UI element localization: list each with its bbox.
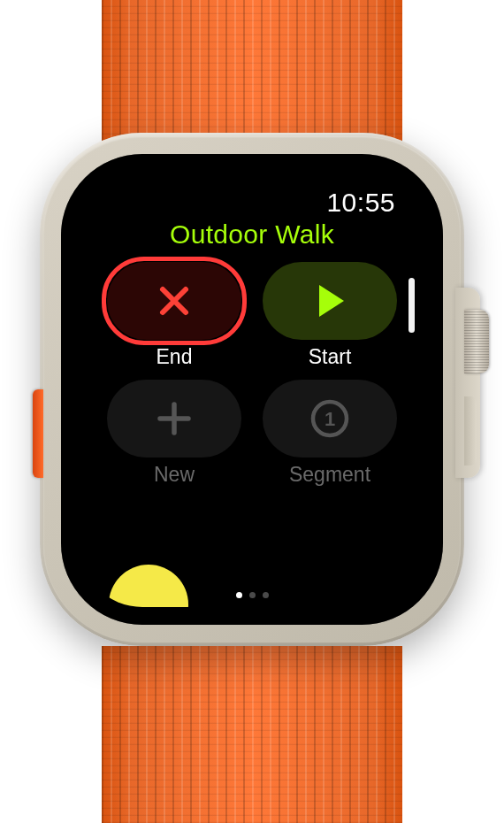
page-dot-1[interactable] xyxy=(236,592,242,598)
plus-icon xyxy=(155,399,194,438)
svg-text:1: 1 xyxy=(325,408,335,430)
status-bar: 10:55 xyxy=(79,172,425,218)
watch-band-bottom xyxy=(102,646,402,823)
new-button[interactable] xyxy=(107,380,241,458)
segment-button[interactable]: 1 xyxy=(263,380,397,458)
segment-icon: 1 xyxy=(309,398,350,439)
start-label: Start xyxy=(309,345,352,369)
side-button[interactable] xyxy=(464,396,477,465)
page-indicator xyxy=(79,592,425,598)
time: 10:55 xyxy=(326,188,395,218)
play-icon xyxy=(312,281,347,320)
new-label: New xyxy=(154,463,195,487)
watch-case: 10:55 Outdoor Walk End xyxy=(40,133,464,646)
end-button[interactable] xyxy=(107,262,241,340)
new-cell: New xyxy=(103,380,245,487)
segment-label: Segment xyxy=(289,463,370,487)
end-label: End xyxy=(157,345,193,369)
digital-crown[interactable] xyxy=(464,310,489,373)
display: 10:55 Outdoor Walk End xyxy=(79,172,425,607)
page-dot-3[interactable] xyxy=(263,592,269,598)
close-icon xyxy=(155,281,194,320)
start-button[interactable] xyxy=(263,262,397,340)
peek-element[interactable] xyxy=(109,565,188,607)
start-cell: Start xyxy=(259,262,401,369)
action-button[interactable] xyxy=(33,389,43,478)
page-dot-2[interactable] xyxy=(249,592,256,598)
end-cell: End xyxy=(103,262,245,369)
segment-cell: 1 Segment xyxy=(259,380,401,487)
workout-title: Outdoor Walk xyxy=(79,219,425,250)
action-grid: End Start New xyxy=(79,250,425,487)
scroll-indicator[interactable] xyxy=(409,278,415,333)
screen-bezel: 10:55 Outdoor Walk End xyxy=(61,154,443,625)
